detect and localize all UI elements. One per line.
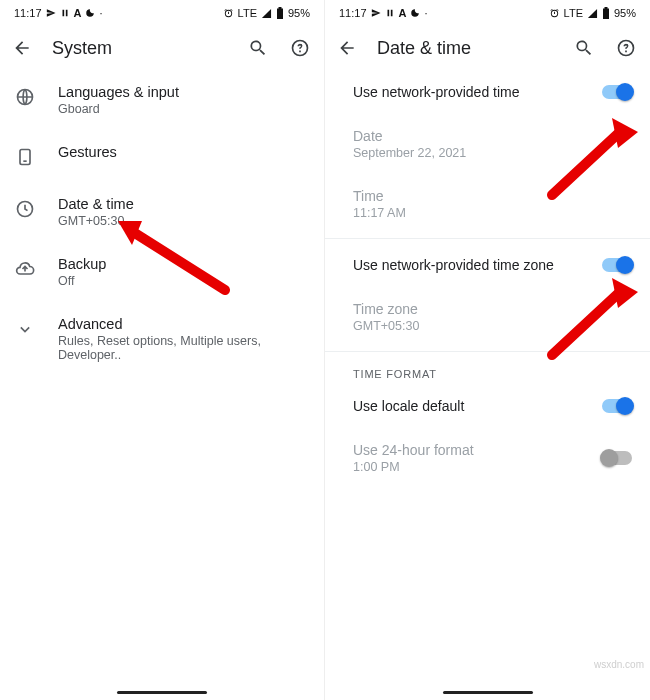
- toggle-network-time[interactable]: [602, 85, 632, 99]
- row-zone: Time zone GMT+05:30: [325, 287, 650, 347]
- row-label: Time zone: [353, 301, 632, 317]
- status-time: 11:17: [14, 7, 42, 19]
- battery-icon: [602, 7, 610, 19]
- row-label: Use network-provided time: [353, 84, 602, 100]
- status-network: LTE: [564, 7, 583, 19]
- divider: [325, 351, 650, 352]
- help-button[interactable]: [288, 36, 312, 60]
- item-label: Backup: [58, 256, 308, 272]
- system-list: Languages & input Gboard Gestures Date &…: [0, 70, 324, 700]
- row-label: Time: [353, 188, 632, 204]
- dot-icon: ·: [424, 7, 427, 19]
- search-button[interactable]: [572, 36, 596, 60]
- status-battery: 95%: [614, 7, 636, 19]
- toggle-locale-default[interactable]: [602, 399, 632, 413]
- section-time-format: TIME FORMAT: [325, 356, 650, 384]
- toggle-network-zone[interactable]: [602, 258, 632, 272]
- nav-handle[interactable]: [443, 691, 533, 694]
- date-time-list: Use network-provided time Date September…: [325, 70, 650, 700]
- row-date: Date September 22, 2021: [325, 114, 650, 174]
- item-label: Gestures: [58, 144, 308, 160]
- moon-icon: [85, 8, 95, 18]
- row-value: GMT+05:30: [353, 319, 632, 333]
- chevron-down-icon: [14, 318, 36, 340]
- item-date-time[interactable]: Date & time GMT+05:30: [0, 182, 324, 242]
- status-bar: 11:17 A · LTE 95%: [325, 0, 650, 26]
- a-icon: A: [399, 7, 407, 19]
- dot-icon: ·: [99, 7, 102, 19]
- page-title: System: [52, 38, 228, 59]
- row-value: September 22, 2021: [353, 146, 632, 160]
- back-button[interactable]: [335, 36, 359, 60]
- help-button[interactable]: [614, 36, 638, 60]
- watermark: wsxdn.com: [594, 659, 644, 670]
- item-languages[interactable]: Languages & input Gboard: [0, 70, 324, 130]
- clock-icon: [14, 198, 36, 220]
- row-value: 11:17 AM: [353, 206, 632, 220]
- item-label: Advanced: [58, 316, 308, 332]
- alarm-icon: [549, 8, 560, 19]
- send-icon: [371, 8, 381, 18]
- item-backup[interactable]: Backup Off: [0, 242, 324, 302]
- cloud-icon: [14, 258, 36, 280]
- row-label: Use network-provided time zone: [353, 257, 602, 273]
- item-label: Languages & input: [58, 84, 308, 100]
- item-advanced[interactable]: Advanced Rules, Reset options, Multiple …: [0, 302, 324, 376]
- toggle-24h: [602, 451, 632, 465]
- status-bar: 11:17 A · LTE 95%: [0, 0, 324, 26]
- row-locale-default[interactable]: Use locale default: [325, 384, 650, 428]
- row-label: Date: [353, 128, 632, 144]
- back-button[interactable]: [10, 36, 34, 60]
- signal-icon: [261, 8, 272, 19]
- item-sub: Gboard: [58, 102, 308, 116]
- globe-icon: [14, 86, 36, 108]
- item-sub: GMT+05:30: [58, 214, 308, 228]
- gestures-icon: [14, 146, 36, 168]
- row-value: 1:00 PM: [353, 460, 602, 474]
- signal-icon: [587, 8, 598, 19]
- item-label: Date & time: [58, 196, 308, 212]
- alarm-icon: [223, 8, 234, 19]
- app-bar: System: [0, 26, 324, 70]
- row-time: Time 11:17 AM: [325, 174, 650, 234]
- search-button[interactable]: [246, 36, 270, 60]
- svg-rect-1: [20, 150, 30, 165]
- row-network-zone[interactable]: Use network-provided time zone: [325, 243, 650, 287]
- moon-icon: [410, 8, 420, 18]
- item-gestures[interactable]: Gestures: [0, 130, 324, 182]
- page-title: Date & time: [377, 38, 554, 59]
- divider: [325, 238, 650, 239]
- status-time: 11:17: [339, 7, 367, 19]
- pause-icon: [60, 8, 70, 18]
- pause-icon: [385, 8, 395, 18]
- row-label: Use 24-hour format: [353, 442, 602, 458]
- system-screen: 11:17 A · LTE 95%: [0, 0, 325, 700]
- status-battery: 95%: [288, 7, 310, 19]
- item-sub: Off: [58, 274, 308, 288]
- battery-icon: [276, 7, 284, 19]
- date-time-screen: 11:17 A · LTE 95%: [325, 0, 650, 700]
- a-icon: A: [74, 7, 82, 19]
- row-network-time[interactable]: Use network-provided time: [325, 70, 650, 114]
- item-sub: Rules, Reset options, Multiple users, De…: [58, 334, 308, 362]
- status-network: LTE: [238, 7, 257, 19]
- send-icon: [46, 8, 56, 18]
- app-bar: Date & time: [325, 26, 650, 70]
- row-label: Use locale default: [353, 398, 602, 414]
- nav-handle[interactable]: [117, 691, 207, 694]
- row-24h: Use 24-hour format 1:00 PM: [325, 428, 650, 488]
